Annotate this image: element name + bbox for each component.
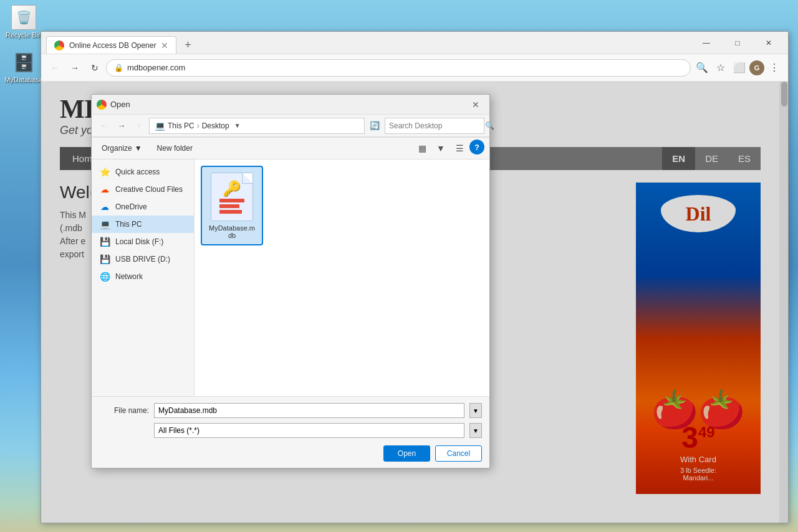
filename-label: File name: [99,406,149,415]
this-pc-label: This PC [115,220,142,229]
onedrive-icon: ☁ [99,201,110,212]
search-input[interactable] [389,121,483,130]
browser-tab[interactable]: Online Access DB Opener ✕ [46,36,176,54]
view-buttons: ▦ ▼ ☰ ? [413,140,484,157]
dialog-action-bar: Organize ▼ New folder ▦ ▼ ☰ ? [92,137,489,159]
this-pc-icon: 💻 [99,219,110,230]
file-dialog: Open ✕ ← → ↑ 💻 This PC › Desktop ▼ [91,94,490,468]
mdb-lines [219,199,244,214]
dialog-content: ⭐ Quick access ☁ Creative Cloud Files ☁ … [92,159,489,396]
lock-icon: 🔒 [114,64,123,72]
filetype-row: ▼ [99,423,482,438]
local-disk-label: Local Disk (F:) [115,237,163,246]
network-label: Network [115,272,143,281]
large-icons-view-button[interactable]: ▦ [413,140,431,157]
cast-button[interactable]: ⬜ [731,59,748,77]
dialog-forward-button[interactable]: → [114,118,129,133]
tab-area: Online Access DB Opener ✕ + [46,32,692,54]
filename-dropdown-arrow[interactable]: ▼ [469,403,482,418]
back-button[interactable]: ← [46,59,64,77]
sidebar-item-usb-drive[interactable]: 💾 USB DRIVE (D:) [92,250,194,268]
file-item-mydatabase[interactable]: 🔑 MyD [201,166,263,245]
chrome-favicon [54,40,64,50]
window-controls: — □ ✕ [692,34,783,52]
sidebar-item-onedrive[interactable]: ☁ OneDrive [92,198,194,216]
close-window-button[interactable]: ✕ [754,34,783,52]
breadcrumb-icon: 💻 [155,121,165,131]
usb-drive-label: USB DRIVE (D:) [115,255,170,264]
mydatabase-icon[interactable]: 🗄️ MyDatabase [5,50,42,83]
quick-access-label: Quick access [115,168,160,176]
dialog-icon [97,100,107,110]
view-dropdown-button[interactable]: ▼ [432,140,449,157]
organize-dropdown-arrow: ▼ [135,144,142,153]
breadcrumb-current: Desktop [202,121,229,130]
dialog-bottom: File name: ▼ ▼ Open Cancel [92,396,489,468]
profile-avatar[interactable]: G [749,60,764,75]
dialog-title-bar: Open ✕ [92,95,489,115]
reload-button[interactable]: ↻ [86,59,103,77]
address-bar: ← → ↻ 🔒 mdbopener.com 🔍 ☆ ⬜ G ⋮ [41,54,788,82]
details-view-button[interactable]: ☰ [451,140,468,157]
creative-cloud-icon: ☁ [99,184,110,195]
usb-drive-icon: 💾 [99,254,110,265]
dialog-refresh-button[interactable]: 🔄 [367,118,382,133]
filename-input[interactable] [154,403,464,418]
open-button[interactable]: Open [383,445,430,462]
title-bar: Online Access DB Opener ✕ + — □ ✕ [41,32,788,54]
zoom-button[interactable]: 🔍 [693,59,711,77]
recycle-bin-icon[interactable]: 🗑️ Recycle Bin [5,5,42,39]
quick-access-icon: ⭐ [99,166,110,178]
dialog-back-button[interactable]: ← [97,118,112,133]
dialog-toolbar: ← → ↑ 💻 This PC › Desktop ▼ 🔄 [92,115,489,137]
filetype-input[interactable] [154,423,464,438]
network-icon: 🌐 [99,271,110,282]
sidebar-item-network[interactable]: 🌐 Network [92,268,194,285]
search-bar: 🔍 [385,118,484,134]
dialog-sidebar: ⭐ Quick access ☁ Creative Cloud Files ☁ … [92,159,195,396]
new-tab-button[interactable]: + [179,36,196,54]
forward-button[interactable]: → [66,59,84,77]
dialog-overlay: Open ✕ ← → ↑ 💻 This PC › Desktop ▼ [41,82,788,523]
filename-row: File name: ▼ [99,403,482,418]
maximize-button[interactable]: □ [723,34,752,52]
sidebar-item-this-pc[interactable]: 💻 This PC [92,216,194,233]
sidebar-item-creative-cloud[interactable]: ☁ Creative Cloud Files [92,181,194,198]
sidebar-item-local-disk[interactable]: 💾 Local Disk (F:) [92,233,194,250]
file-name-label: MyDatabase.mdb [207,224,257,239]
breadcrumb-separator: › [197,121,200,130]
breadcrumb-root: This PC [168,121,195,130]
cancel-button[interactable]: Cancel [435,445,482,462]
url-bar[interactable]: 🔒 mdbopener.com [106,59,691,77]
close-tab-button[interactable]: ✕ [161,40,168,50]
page-content: MDBopener.com Get your data back form th… [41,82,788,523]
dialog-files-area[interactable]: 🔑 MyD [195,159,489,396]
dialog-close-button[interactable]: ✕ [467,96,484,113]
dialog-buttons: Open Cancel [99,445,482,462]
breadcrumb[interactable]: 💻 This PC › Desktop ▼ [149,118,365,134]
desktop: 🗑️ Recycle Bin 🗄️ MyDatabase Online Acce… [0,0,798,532]
help-button[interactable]: ? [469,140,484,154]
organize-button[interactable]: Organize ▼ [97,141,147,155]
file-icon-mdb: 🔑 [209,172,254,222]
bookmark-button[interactable]: ☆ [712,59,729,77]
search-icon: 🔍 [485,121,494,130]
dialog-up-button[interactable]: ↑ [132,118,147,133]
menu-button[interactable]: ⋮ [766,59,783,77]
dialog-title: Open [110,100,467,109]
sidebar-item-quick-access[interactable]: ⭐ Quick access [92,163,194,181]
new-folder-button[interactable]: New folder [152,141,198,155]
filetype-dropdown-arrow[interactable]: ▼ [469,423,482,438]
minimize-button[interactable]: — [692,34,721,52]
toolbar-icons: 🔍 ☆ ⬜ G ⋮ [693,59,783,77]
mdb-key-symbol: 🔑 [223,180,241,197]
onedrive-label: OneDrive [115,202,147,211]
creative-cloud-label: Creative Cloud Files [115,185,183,194]
browser-window: Online Access DB Opener ✕ + — □ ✕ ← → ↻ … [41,31,789,523]
breadcrumb-dropdown-arrow[interactable]: ▼ [234,122,241,129]
local-disk-icon: 💾 [99,236,110,247]
